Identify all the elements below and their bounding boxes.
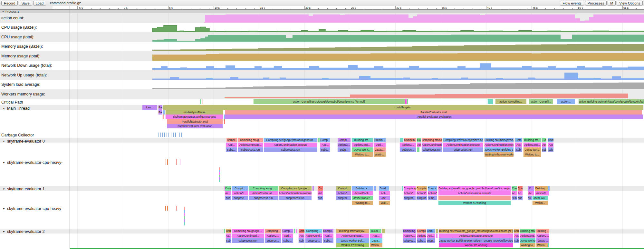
trace-event-bar[interactable]: sub: [542, 147, 546, 152]
trace-event-bar[interactable]: ActionConti...: [523, 143, 541, 147]
trace-event-bar[interactable]: Waitin...: [370, 243, 382, 247]
trace-event-bar[interactable]: subp...: [226, 147, 237, 152]
trace-event-bar[interactable]: ActionContinuati...: [232, 234, 264, 238]
collapse-arrow-icon[interactable]: ▼: [2, 10, 4, 13]
trace-event-bar[interactable]: Compil...: [428, 186, 437, 191]
trace-event-bar[interactable]: su...: [528, 196, 532, 200]
collapse-arrow-icon[interactable]: ▼: [3, 140, 5, 143]
trace-event-bar[interactable]: Javac worker Building s...: [484, 147, 514, 152]
trace-event-bar[interactable]: Compilin...: [404, 138, 416, 142]
trace-event-bar[interactable]: subproc...: [403, 196, 416, 200]
trace-event-bar[interactable]: ActionConti...: [520, 234, 535, 238]
trace-event-bar[interactable]: Co: [417, 138, 421, 142]
trace-event-bar[interactable]: [162, 115, 164, 119]
trace-event-bar[interactable]: Compil...: [226, 138, 237, 142]
save-button[interactable]: Save: [19, 1, 32, 5]
trace-event-bar[interactable]: Com...: [427, 229, 435, 233]
trace-event-bar[interactable]: sub: [548, 147, 553, 152]
trace-event-bar[interactable]: Javac worker Building external/com_googl…: [439, 238, 513, 243]
trace-event-bar[interactable]: sub: [515, 147, 522, 152]
trace-event-bar[interactable]: Javac wor...: [523, 147, 541, 152]
trace-event-bar[interactable]: [296, 229, 297, 233]
trace-event-bar[interactable]: [224, 229, 225, 233]
trace-event-bar[interactable]: Compiling src/google...: [232, 229, 264, 233]
trace-event-bar[interactable]: Compil...: [337, 138, 351, 142]
trace-event-bar[interactable]: Lau...: [142, 105, 157, 110]
trace-event-bar[interactable]: Worker #1 working: [438, 201, 511, 205]
trace-event-bar[interactable]: Java...: [370, 238, 382, 243]
trace-event-bar[interactable]: Com: [515, 138, 522, 142]
trace-event-bar[interactable]: ActionContinuati...: [249, 191, 278, 195]
trace-event-bar[interactable]: Worker #7 working: [336, 243, 369, 247]
trace-event-bar[interactable]: subp...: [282, 238, 293, 243]
trace-event-bar[interactable]: Act: [514, 234, 519, 238]
trace-event-bar[interactable]: Ac...: [528, 191, 534, 195]
trace-event-bar[interactable]: [374, 186, 376, 191]
trace-event-bar[interactable]: Act: [548, 143, 553, 147]
trace-event-bar[interactable]: subproc...: [264, 238, 281, 243]
trace-event-bar[interactable]: Waiting to...: [523, 152, 541, 157]
trace-event-bar[interactable]: Act: [542, 143, 546, 147]
trace-event-bar[interactable]: Compiling...: [264, 229, 281, 233]
trace-event-bar[interactable]: Waitin...: [373, 152, 386, 157]
trace-event-bar[interactable]: Compili...: [336, 186, 351, 191]
trace-event-bar[interactable]: action 'Building src/main/java/com/googl…: [578, 99, 644, 104]
trace-event-bar[interactable]: Waiting to...: [520, 243, 535, 247]
trace-event-bar[interactable]: Buildi...: [370, 229, 381, 233]
trace-event-bar[interactable]: Ac...: [226, 234, 231, 238]
trace-event-bar[interactable]: Compiling src/g...: [238, 138, 263, 142]
trace-event-bar[interactable]: ActionC...: [428, 191, 437, 195]
view-options-button[interactable]: View Options: [617, 1, 643, 5]
trace-event-bar[interactable]: Compiling ...: [403, 186, 416, 191]
trace-event-bar[interactable]: sub: [225, 196, 231, 200]
trace-event-bar[interactable]: Buildin...: [373, 138, 386, 142]
trace-event-bar[interactable]: Com: [225, 186, 231, 191]
trace-event-bar[interactable]: [399, 138, 403, 142]
load-button[interactable]: Load: [33, 1, 46, 5]
trace-event-bar[interactable]: ActionC...: [403, 234, 416, 238]
trace-event-bar[interactable]: [318, 138, 320, 142]
trace-event-bar[interactable]: ActionConti...: [351, 143, 373, 147]
trace-event-bar[interactable]: Building...: [535, 186, 548, 191]
trace-event-bar[interactable]: action...: [557, 99, 575, 104]
trace-event-bar[interactable]: Acti...: [323, 234, 333, 238]
trace-event-bar[interactable]: Compil...: [417, 229, 426, 233]
trace-event-bar[interactable]: [487, 99, 493, 104]
trace-event-bar[interactable]: Com: [512, 186, 517, 191]
trace-event-bar[interactable]: [548, 186, 550, 191]
trace-event-bar[interactable]: sub: [514, 238, 519, 243]
trace-event-bar[interactable]: Ac...: [517, 191, 523, 195]
trace-event-bar[interactable]: ActionC...: [403, 191, 416, 195]
trace-event-bar[interactable]: Building src...: [523, 138, 541, 142]
trace-event-bar[interactable]: Waiting to...: [352, 201, 373, 205]
collapse-arrow-icon[interactable]: ▼: [3, 107, 5, 110]
trace-event-bar[interactable]: Javac worker...: [520, 238, 535, 243]
collapse-arrow-icon[interactable]: ▼: [3, 188, 5, 191]
trace-event-bar[interactable]: Com: [548, 138, 553, 142]
trace-event-bar[interactable]: subprocess.run: [232, 238, 264, 243]
trace-event-bar[interactable]: Javac wo...: [532, 196, 548, 200]
trace-event-bar[interactable]: ActionContinuati...: [336, 234, 369, 238]
trace-event-bar[interactable]: Building src/main/jav...: [336, 229, 369, 233]
trace-event-bar[interactable]: Compiling ...: [305, 229, 322, 233]
trace-event-bar[interactable]: Building s...: [352, 186, 373, 191]
trace-event-bar[interactable]: Acti...: [320, 143, 330, 147]
trace-event-bar[interactable]: ActionContinuation.execute: [278, 191, 312, 195]
trace-event-bar[interactable]: subproc...: [336, 196, 351, 200]
trace-event-bar[interactable]: Compiling src/main/cpp/blaze.cc: [443, 138, 483, 142]
trace-event-bar[interactable]: Act: [417, 143, 421, 147]
trace-event-bar[interactable]: Jav...: [379, 196, 390, 200]
trace-event-bar[interactable]: C...: [528, 186, 534, 191]
trace-event-bar[interactable]: Com: [514, 229, 519, 233]
trace-event-bar[interactable]: subprocess.run: [443, 147, 483, 152]
process-header[interactable]: ▼ Process 1: [0, 10, 644, 13]
trace-event-bar[interactable]: Par: [158, 105, 162, 110]
trace-event-bar[interactable]: subp...: [428, 196, 437, 200]
trace-event-bar[interactable]: Compilin...: [416, 186, 427, 191]
trace-event-bar[interactable]: Comp...: [320, 138, 330, 142]
trace-event-bar[interactable]: Act: [298, 234, 304, 238]
trace-event-bar[interactable]: [438, 196, 511, 200]
trace-event-bar[interactable]: Parallel Evaluator evaluation: [225, 115, 643, 119]
trace-event-bar[interactable]: ActionC...: [416, 191, 427, 195]
trace-event-bar[interactable]: sub: [226, 238, 231, 243]
